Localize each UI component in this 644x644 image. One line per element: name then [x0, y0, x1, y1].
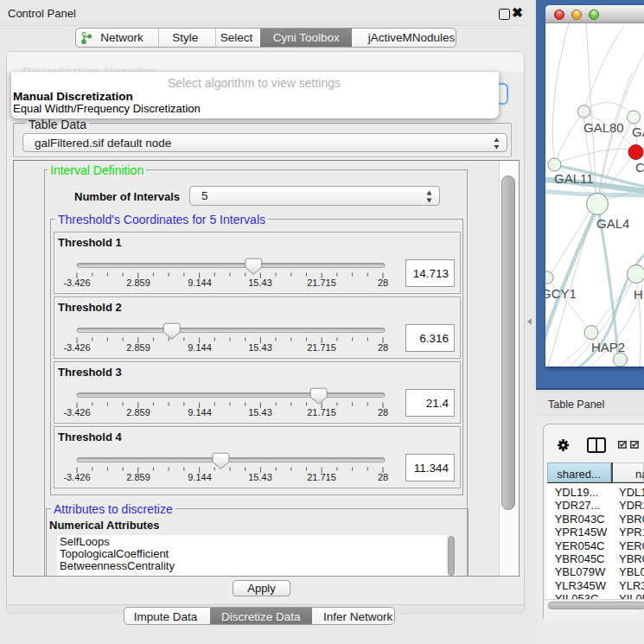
svg-text:GAL80: GAL80 — [583, 120, 624, 135]
svg-text:HAP2: HAP2 — [591, 340, 625, 354]
svg-text:GCY1: GCY1 — [545, 286, 577, 301]
svg-text:GAL11: GAL11 — [554, 171, 594, 186]
svg-text:C: C — [635, 160, 644, 175]
svg-text:GA: GA — [632, 124, 644, 139]
svg-text:GAL4: GAL4 — [596, 216, 629, 231]
svg-text:HI: HI — [634, 287, 644, 302]
